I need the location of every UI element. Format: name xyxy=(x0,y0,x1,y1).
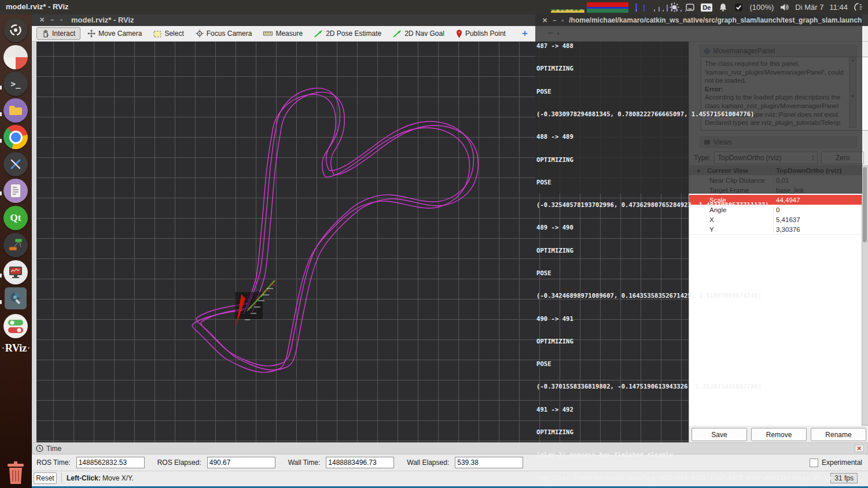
maximize-icon[interactable]: ▫ xyxy=(561,17,564,24)
system-monitor-icon[interactable] xyxy=(3,260,28,284)
tool-publish-point[interactable]: Publish Point xyxy=(451,28,510,40)
wall-time-input[interactable] xyxy=(326,457,394,468)
clock-icon xyxy=(36,445,43,452)
tray-date[interactable]: Di Mär 7 xyxy=(795,3,823,12)
focus-crosshair-icon xyxy=(196,29,204,38)
green-arrow-icon xyxy=(314,30,323,38)
chrome-icon[interactable] xyxy=(3,125,28,149)
file-manager-icon[interactable] xyxy=(3,98,28,123)
system-top-bar: model.rviz* - RViz De (100%) Di Mär 7 11… xyxy=(0,0,868,14)
green-arrow-icon xyxy=(393,30,402,38)
wall-elapsed-input[interactable] xyxy=(455,457,523,468)
hand-cursor-icon xyxy=(42,29,49,38)
tool-move-camera[interactable]: Move Camera xyxy=(83,28,146,39)
rviz-launcher-logo[interactable]: ▪RViz▪ xyxy=(0,338,32,358)
battery-percent: (100%) xyxy=(749,3,774,12)
move-arrows-icon xyxy=(87,29,95,38)
wall-time-label: Wall Time: xyxy=(288,459,321,467)
status-key: Left-Click: xyxy=(67,474,101,482)
select-box-icon xyxy=(153,30,161,38)
close-icon[interactable]: ✕ xyxy=(39,16,45,24)
terminal-output[interactable]: 487 -> 488 OPTIMIZING POSE (-0.303097829… xyxy=(535,26,862,194)
disk-analyzer-icon[interactable] xyxy=(5,287,27,309)
system-monitor-graphs xyxy=(551,1,690,13)
minimize-icon[interactable]: – xyxy=(50,16,54,23)
terminal-app-icon[interactable]: >_ xyxy=(3,72,28,96)
cutter-tool-icon[interactable] xyxy=(3,152,28,176)
volume-icon[interactable] xyxy=(779,2,789,12)
tool-2d-pose-estimate[interactable]: 2D Pose Estimate xyxy=(310,28,386,39)
pie-chart-app-icon[interactable] xyxy=(3,45,28,69)
ros-time-label: ROS Time: xyxy=(36,459,71,467)
ruler-icon xyxy=(263,31,273,36)
window-title: model.rviz* - RViz xyxy=(71,16,134,24)
maximize-icon[interactable]: ▫ xyxy=(60,16,62,23)
global-window-title: model.rviz* - RViz xyxy=(6,2,69,11)
terminal-window[interactable]: ✕ – ▫ /home/michael/kamaro/catkin_ws_nat… xyxy=(535,14,862,194)
map-pin-icon xyxy=(456,29,462,38)
updates-check-icon[interactable] xyxy=(734,2,744,12)
node-editor-icon[interactable] xyxy=(3,233,28,257)
panel-scrollbar[interactable] xyxy=(862,165,868,426)
text-editor-icon[interactable] xyxy=(3,179,28,203)
close-icon[interactable]: ✕ xyxy=(542,17,547,24)
keyboard-layout-indicator[interactable]: De xyxy=(701,3,712,12)
minimize-icon[interactable]: – xyxy=(553,17,556,24)
ros-time-input[interactable] xyxy=(76,457,145,468)
dash-home-icon[interactable] xyxy=(3,18,28,42)
tablet-icon[interactable] xyxy=(685,2,695,12)
ros-elapsed-label: ROS Elapsed: xyxy=(157,459,201,467)
unity-launcher: >_ Qt ▪RViz▪ xyxy=(0,14,32,488)
tool-2d-nav-goal[interactable]: 2D Nav Goal xyxy=(388,28,449,39)
trash-icon[interactable] xyxy=(6,461,25,485)
session-gauge-icon[interactable] xyxy=(854,2,863,12)
terminal-title: /home/michael/kamaro/catkin_ws_native/sr… xyxy=(569,16,862,24)
qt-creator-icon[interactable]: Qt xyxy=(3,206,28,230)
tool-interact[interactable]: Interact xyxy=(36,27,80,40)
ros-elapsed-input[interactable] xyxy=(207,457,275,468)
status-text: Move X/Y. xyxy=(101,474,134,482)
terminal-titlebar[interactable]: ✕ – ▫ /home/michael/kamaro/catkin_ws_nat… xyxy=(535,14,862,26)
add-tool-button[interactable]: + xyxy=(517,26,532,41)
notifications-bell-icon[interactable] xyxy=(718,2,728,12)
tray-clock[interactable]: 11:44 xyxy=(829,3,848,12)
trajectory-path xyxy=(192,88,478,372)
tool-measure[interactable]: Measure xyxy=(259,28,307,39)
wall-elapsed-label: Wall Elapsed: xyxy=(407,459,449,467)
brightness-icon[interactable] xyxy=(670,2,679,12)
settings-toggles-icon[interactable] xyxy=(3,314,28,338)
tool-select[interactable]: Select xyxy=(149,28,188,39)
reset-button[interactable]: Reset xyxy=(34,472,57,484)
tool-focus-camera[interactable]: Focus Camera xyxy=(191,28,257,39)
